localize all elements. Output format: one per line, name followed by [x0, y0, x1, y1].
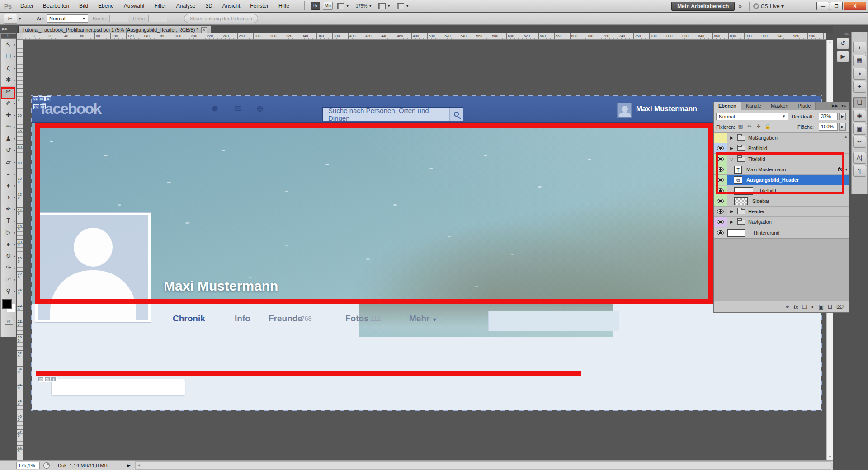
arrange-documents-dropdown[interactable]: ▼ [377, 3, 392, 9]
fill-slider-button[interactable]: ▶ [839, 123, 846, 131]
status-flyout-arrow[interactable]: ▶ [127, 463, 131, 468]
screen-mode-dropdown[interactable]: ▼ [395, 3, 411, 9]
rectangular-marquee-tool[interactable]: ☐ [1, 51, 16, 62]
layers-tab-masken[interactable]: Masken [766, 102, 793, 110]
eye-icon[interactable] [717, 146, 724, 150]
menu-3d[interactable]: 3D [201, 0, 217, 12]
eye-icon[interactable] [717, 199, 724, 203]
menu-hilfe[interactable]: Hilfe [274, 0, 294, 12]
opacity-slider-button[interactable]: ▶ [839, 113, 846, 120]
tool-preset-caret[interactable]: ▼ [18, 17, 22, 21]
profile-nav-info[interactable]: Info [235, 314, 250, 324]
expand-arrow-icon[interactable]: ▶ [730, 209, 733, 214]
visibility-cell[interactable] [714, 196, 727, 206]
styles-panel-icon[interactable]: ✦ [853, 81, 866, 93]
delete-layer-icon[interactable]: ⌦ [836, 304, 844, 310]
blend-mode-select[interactable]: Normal▼ [716, 113, 788, 120]
paths-panel-icon[interactable]: ✒ [853, 136, 866, 148]
current-tool-icon[interactable]: ✂ [4, 14, 17, 24]
visibility-cell[interactable] [714, 207, 727, 216]
profile-nav-chronik[interactable]: Chronik [173, 314, 205, 324]
channels-panel-icon[interactable]: ◉ [853, 110, 866, 122]
panel-menu-icons[interactable]: ▶▶ | ▾≡ [832, 102, 849, 110]
color-panel-icon[interactable]: ◖ [853, 42, 866, 53]
adjustment-layer-icon[interactable]: ◐ [811, 304, 814, 310]
opacity-field[interactable]: 37% [819, 113, 838, 120]
dodge-tool[interactable]: ◑ [1, 192, 16, 203]
spot-healing-tool[interactable]: ✚ [1, 109, 16, 121]
workspace-more-chevron[interactable]: » [738, 3, 741, 9]
foreground-color-swatch[interactable] [3, 300, 11, 308]
workspace-button[interactable]: Mein Arbeitsbereich [671, 2, 735, 11]
lock-transparency-icon[interactable]: ▨ [737, 123, 744, 129]
layers-tab-pfade[interactable]: Pfade [793, 102, 816, 110]
link-layers-icon[interactable]: ⚭ [785, 304, 790, 310]
menu-bearbeiten[interactable]: Bearbeiten [38, 0, 74, 12]
history-panel-icon[interactable]: ↺ [837, 38, 849, 49]
visibility-cell[interactable] [714, 217, 727, 227]
pen-tool[interactable]: ✒ [1, 203, 16, 215]
move-tool[interactable]: ↖ [1, 39, 16, 51]
slice-type-select[interactable]: Normal▼ [47, 14, 88, 23]
eye-icon[interactable] [717, 220, 724, 224]
clone-stamp-tool[interactable]: ♟ [1, 133, 16, 145]
type-tool[interactable]: T [1, 215, 16, 227]
minimize-button[interactable]: — [816, 2, 829, 10]
layer-row-navigation[interactable]: ▶Navigation [714, 217, 849, 227]
layers-tab-kanäle[interactable]: Kanäle [741, 102, 766, 110]
expand-arrow-icon[interactable]: ▶ [730, 146, 733, 150]
tab-close-icon[interactable]: × [201, 27, 207, 33]
add-mask-icon[interactable]: ❏ [802, 304, 807, 310]
new-layer-icon[interactable]: ⊞ [828, 304, 832, 310]
visibility-cell[interactable] [714, 228, 727, 238]
layers-panel-icon[interactable]: ❏ [853, 97, 866, 108]
fx-expand-icon[interactable]: ▾ [845, 168, 847, 172]
expand-arrow-icon[interactable]: ▶ [730, 136, 733, 140]
swatches-panel-icon[interactable]: ▦ [853, 55, 866, 66]
dock-collapse-chevron[interactable]: «« [852, 32, 867, 37]
new-group-icon[interactable]: ▣ [819, 304, 824, 310]
vertical-ruler[interactable]: 0204060801001201401601802002202402602803… [17, 40, 23, 460]
lock-paint-icon[interactable]: ✏ [746, 123, 753, 129]
menu-filter[interactable]: Filter [149, 0, 171, 12]
3d-rotate-tool[interactable]: ↻ [1, 250, 16, 262]
visibility-cell[interactable] [714, 133, 727, 143]
close-button[interactable]: X [844, 2, 866, 10]
character-panel-icon[interactable]: A| [853, 152, 866, 164]
menu-auswahl[interactable]: Auswahl [119, 0, 149, 12]
menu-datei[interactable]: Datei [15, 0, 38, 12]
menu-ebene[interactable]: Ebene [93, 0, 119, 12]
layer-row-ma-angaben[interactable]: ▶Maßangaben [714, 133, 849, 143]
profile-nav-mehr[interactable]: Mehr ▼ [409, 314, 437, 324]
lock-position-icon[interactable]: ✛ [755, 123, 762, 129]
bridge-button[interactable]: Br [311, 2, 320, 10]
paragraph-panel-icon[interactable]: ¶ [853, 165, 866, 177]
eraser-tool[interactable]: ▱ [1, 156, 16, 168]
masks-panel-icon[interactable]: ▣ [853, 123, 866, 135]
visibility-cell[interactable] [714, 143, 727, 153]
zoom-level-dropdown[interactable]: 175%▼ [354, 4, 374, 9]
eye-icon[interactable] [717, 230, 724, 235]
menu-bild[interactable]: Bild [74, 0, 93, 12]
gradient-tool[interactable]: ◒ [1, 168, 16, 180]
dock-collapse-chevron[interactable]: «« [836, 32, 850, 36]
layers-tab-ebenen[interactable]: Ebenen [714, 102, 741, 110]
menu-analyse[interactable]: Analyse [171, 0, 201, 12]
history-brush-tool[interactable]: ↺ [1, 145, 16, 156]
ruler-corner[interactable] [17, 33, 23, 40]
slices-from-guides-button[interactable]: Slices entlang der Hilfslinien [184, 14, 258, 23]
layer-style-icon[interactable]: fx [794, 304, 798, 310]
menu-fenster[interactable]: Fenster [245, 0, 274, 12]
guides-dropdown[interactable]: ▼ [335, 3, 351, 9]
layer-row-sidebar[interactable]: Sidebar [714, 196, 849, 207]
quick-mask-button[interactable]: ◎ [5, 318, 13, 325]
layer-row-header[interactable]: ▶Header [714, 207, 849, 217]
toolbox-header[interactable] [1, 34, 16, 39]
actions-panel-icon[interactable]: ▶ [837, 51, 849, 62]
profile-nav-freunde[interactable]: Freunde [269, 314, 302, 324]
path-selection-tool[interactable]: ▷ [1, 227, 16, 239]
dock-grip[interactable] [852, 37, 867, 40]
quick-selection-tool[interactable]: ✱ [1, 74, 16, 86]
menu-ansicht[interactable]: Ansicht [217, 0, 245, 12]
document-tab[interactable]: Tutorial_Facebook_Profilbanner.psd bei 1… [18, 26, 211, 33]
